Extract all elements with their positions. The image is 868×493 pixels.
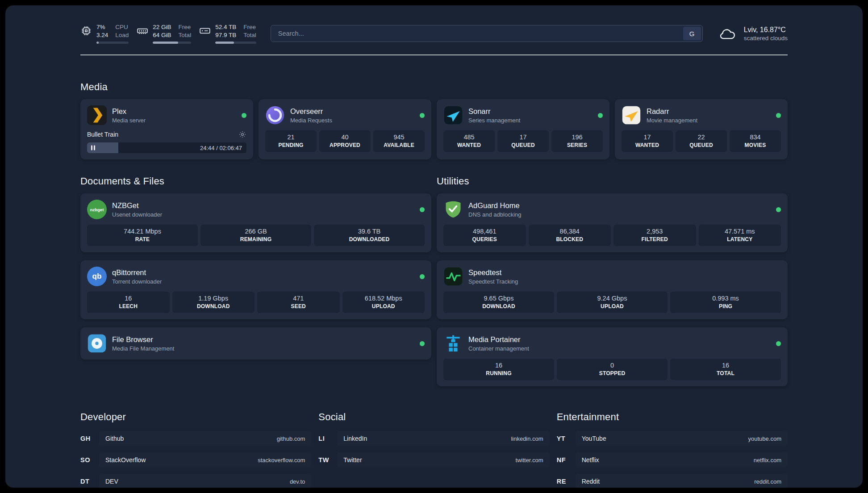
app-card-speedtest[interactable]: Speedtest Speedtest Tracking 9.65 Gbps D… xyxy=(437,260,788,319)
link-url: twitter.com xyxy=(516,457,543,464)
stat-value: 1.19 Gbps xyxy=(174,295,253,302)
link-reddit[interactable]: RE Reddit reddit.com xyxy=(557,474,788,488)
disk-icon xyxy=(199,25,211,37)
stat-value: 39.6 TB xyxy=(316,228,423,235)
stat-value: 498,461 xyxy=(445,228,524,235)
app-card-plex[interactable]: Plex Media server Bullet Train xyxy=(80,99,253,159)
link-pill: DEV dev.to xyxy=(99,474,311,488)
stat-box: 0.993 ms PING xyxy=(670,292,781,313)
link-name: Github xyxy=(105,435,124,442)
search: G xyxy=(271,25,703,42)
pause-icon[interactable] xyxy=(91,146,95,150)
topbar-divider xyxy=(80,54,788,55)
link-pill: Netflix netflix.com xyxy=(576,452,788,468)
link-linkedin[interactable]: LI LinkedIn linkedin.com xyxy=(318,431,549,446)
app-card-adguard[interactable]: AdGuard Home DNS and adblocking 498,461 … xyxy=(437,193,788,252)
link-netflix[interactable]: NF Netflix netflix.com xyxy=(557,452,788,468)
link-name: YouTube xyxy=(582,435,606,442)
app-subtitle: Torrent downloader xyxy=(112,278,162,285)
stat-label: REMAINING xyxy=(202,236,309,242)
section-title-entertainment: Entertainment xyxy=(557,411,788,423)
stat-value: 9.24 Gbps xyxy=(559,295,666,302)
link-pill: YouTube youtube.com xyxy=(576,431,788,446)
app-card-qbittorrent[interactable]: qb qBittorrent Torrent downloader 16 LEE… xyxy=(80,260,431,319)
system-stats: 7% 3.24 CPU Load xyxy=(80,23,256,44)
app-stats: 744.21 Mbps RATE 266 GB REMAINING 39.6 T… xyxy=(87,225,425,246)
stat-value: 266 GB xyxy=(202,228,309,235)
app-subtitle: Speedtest Tracking xyxy=(468,278,518,285)
stat-label: UPLOAD xyxy=(344,303,423,309)
status-dot xyxy=(420,113,425,118)
card-header: File Browser Media File Management xyxy=(87,334,425,353)
plex-icon xyxy=(87,105,107,125)
status-dot xyxy=(420,274,425,279)
stat-label: WANTED xyxy=(623,142,671,148)
link-pill: LinkedIn linkedin.com xyxy=(337,431,549,446)
status-dot xyxy=(242,113,246,118)
app-card-overseerr[interactable]: Overseerr Media Requests 21 PENDING 40 A… xyxy=(259,99,431,159)
stat-label: APPROVED xyxy=(321,142,369,148)
cpu-label-bottom: Load xyxy=(115,31,129,39)
status-dot xyxy=(776,341,781,346)
stat-label: STOPPED xyxy=(559,370,666,376)
stat-value: 0 xyxy=(559,362,666,369)
disk-label-top: Free xyxy=(243,23,256,31)
app-card-portainer[interactable]: Media Portainer Container management 16 … xyxy=(437,327,788,386)
stat-label: LATENCY xyxy=(701,236,780,242)
now-playing-title: Bullet Train xyxy=(87,131,118,138)
stat-box: 744.21 Mbps RATE xyxy=(87,225,198,246)
playback-time: 24:44 / 02:06:47 xyxy=(200,145,242,151)
link-github[interactable]: GH Github github.com xyxy=(80,431,311,446)
gear-icon[interactable] xyxy=(238,130,246,138)
weather-location: Lviv, 16.87°C xyxy=(744,26,788,34)
stat-box: 47.571 ms LATENCY xyxy=(699,225,781,246)
link-name: StackOverflow xyxy=(105,456,146,464)
app-subtitle: Container management xyxy=(468,345,529,352)
app-card-radarr[interactable]: Radarr Movie management 17 WANTED 22 QUE… xyxy=(615,99,788,159)
app-subtitle: Movie management xyxy=(647,117,697,124)
link-name: Netflix xyxy=(582,456,599,464)
app-stats: 16 RUNNING 0 STOPPED 16 TOTAL xyxy=(443,359,781,380)
card-header: Overseerr Media Requests xyxy=(265,105,425,125)
link-abbr: SO xyxy=(80,456,99,464)
link-youtube[interactable]: YT YouTube youtube.com xyxy=(557,431,788,446)
search-engine-button[interactable]: G xyxy=(683,27,701,40)
stat-label: PENDING xyxy=(267,142,315,148)
section-title-social: Social xyxy=(318,411,549,423)
card-header: Plex Media server xyxy=(87,105,246,125)
link-stackoverflow[interactable]: SO StackOverflow stackoverflow.com xyxy=(80,452,311,468)
link-url: youtube.com xyxy=(748,435,781,442)
card-header: Speedtest Speedtest Tracking xyxy=(443,267,781,286)
link-name: LinkedIn xyxy=(343,435,367,442)
app-card-filebrowser[interactable]: File Browser Media File Management xyxy=(80,327,431,359)
app-card-sonarr[interactable]: Sonarr Series management 485 WANTED 17 Q… xyxy=(437,99,609,159)
entertainment-links: Entertainment YT YouTube youtube.com NF … xyxy=(557,386,788,488)
stat-label: BLOCKED xyxy=(530,236,609,242)
dashboard-page: 7% 3.24 CPU Load xyxy=(5,5,863,488)
link-pill: Twitter twitter.com xyxy=(337,452,549,468)
section-title-media: Media xyxy=(80,81,788,93)
search-input[interactable] xyxy=(271,25,703,42)
link-twitter[interactable]: TW Twitter twitter.com xyxy=(318,452,549,468)
stat-label: DOWNLOAD xyxy=(174,303,253,309)
disk-free-value: 52.4 TB xyxy=(215,23,236,31)
playback-progress-bar[interactable]: 24:44 / 02:06:47 xyxy=(87,142,246,153)
app-name: NZBGet xyxy=(112,201,162,210)
nzbget-icon: nzbget xyxy=(87,200,107,219)
app-stats: 498,461 QUERIES 86,384 BLOCKED 2,953 FIL… xyxy=(443,225,781,246)
app-subtitle: Usenet downloader xyxy=(112,211,162,218)
stat-label: QUERIES xyxy=(445,236,524,242)
stat-label: MOVIES xyxy=(731,142,779,148)
card-header: qb qBittorrent Torrent downloader xyxy=(87,267,425,286)
stat-box: 196 SERIES xyxy=(551,130,603,152)
link-name: Twitter xyxy=(343,456,362,464)
link-abbr: LI xyxy=(318,435,337,442)
app-card-nzbget[interactable]: nzbget NZBGet Usenet downloader 744.21 M… xyxy=(80,193,431,252)
stat-label: PING xyxy=(672,303,779,309)
top-bar: 7% 3.24 CPU Load xyxy=(80,23,788,44)
section-title-utilities: Utilities xyxy=(437,175,788,187)
disk-progress-bar xyxy=(215,42,256,44)
app-name: File Browser xyxy=(112,335,174,344)
disk-label-bottom: Total xyxy=(243,31,256,39)
link-dev[interactable]: DT DEV dev.to xyxy=(80,474,311,488)
